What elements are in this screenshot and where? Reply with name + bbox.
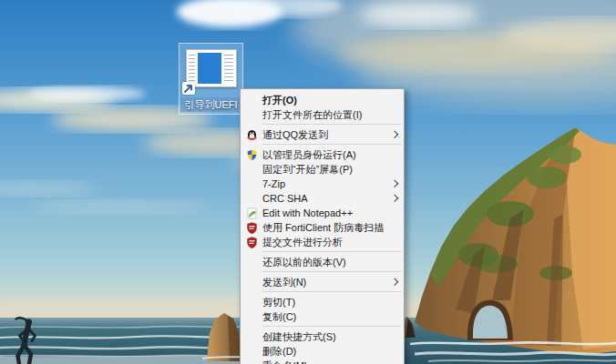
submenu-arrow-icon [391, 278, 398, 285]
menu-item-icon-spacer [245, 178, 258, 190]
menu-item-delete[interactable]: 删除(D) [241, 344, 404, 359]
menu-item-label: 还原以前的版本(V) [262, 256, 346, 269]
menu-item-forticlient-antivirus-scan[interactable]: 使用 FortiClient 防病毒扫描 [241, 220, 404, 235]
qq-icon [245, 129, 258, 141]
document-lines-left [189, 55, 195, 82]
menu-item-label: 剪切(T) [262, 296, 295, 309]
context-menu: 打开(O)打开文件所在的位置(I)通过QQ发送到以管理员身份运行(A)固定到“开… [240, 88, 405, 364]
menu-item-icon-spacer [245, 277, 258, 288]
shortcut-arrow-icon [182, 82, 195, 95]
menu-item-label: 7-Zip [262, 178, 285, 189]
menu-item-icon-spacer [245, 311, 258, 323]
menu-item-icon-spacer [245, 346, 258, 358]
uac-shield-icon [245, 149, 258, 161]
menu-item-run-as-administrator[interactable]: 以管理员身份运行(A) [241, 147, 404, 162]
menu-separator [262, 291, 401, 292]
menu-separator [262, 326, 401, 327]
menu-item-icon-spacer [245, 257, 258, 268]
menu-item-create-shortcut[interactable]: 创建快捷方式(S) [241, 329, 404, 344]
menu-item-seven-zip[interactable]: 7-Zip [241, 177, 404, 191]
menu-item-label: 删除(D) [262, 345, 296, 359]
menu-item-label: 发送到(N) [262, 276, 306, 289]
desktop-surface[interactable]: 引导到UEFI 打开(O)打开文件所在的位置(I)通过QQ发送到以管理员身份运行… [0, 0, 616, 364]
menu-item-edit-with-notepadpp[interactable]: Edit with Notepad++ [241, 206, 404, 220]
document-lines-right [224, 55, 233, 82]
menu-item-send-to[interactable]: 发送到(N) [241, 275, 404, 289]
menu-item-label: CRC SHA [262, 193, 308, 204]
menu-item-pin-to-start[interactable]: 固定到“开始”屏幕(P) [241, 162, 404, 177]
menu-item-icon-spacer [245, 193, 258, 205]
desktop-icon-uefi-shortcut[interactable]: 引导到UEFI [179, 43, 243, 115]
menu-item-label: 复制(C) [262, 310, 296, 324]
menu-item-icon-spacer [245, 164, 258, 176]
menu-item-label: 重命名(M) [262, 359, 308, 364]
document-blue-pane [198, 53, 221, 84]
menu-item-copy[interactable]: 复制(C) [241, 309, 404, 324]
menu-item-label: 使用 FortiClient 防病毒扫描 [262, 221, 384, 235]
menu-item-open[interactable]: 打开(O) [241, 93, 404, 107]
menu-item-open-file-location[interactable]: 打开文件所在的位置(I) [241, 107, 404, 122]
menu-item-cut[interactable]: 剪切(T) [241, 295, 404, 309]
menu-item-icon-spacer [245, 297, 258, 308]
menu-item-icon-spacer [245, 331, 258, 343]
forticlient-shield-icon [245, 222, 258, 234]
menu-item-icon-spacer [245, 109, 258, 121]
menu-item-label: 打开文件所在的位置(I) [262, 108, 362, 122]
forticlient-shield-icon [245, 237, 258, 248]
menu-item-label: 创建快捷方式(S) [262, 330, 336, 344]
shortcut-file-icon [186, 49, 237, 87]
submenu-arrow-icon [391, 130, 398, 137]
menu-item-label: Edit with Notepad++ [262, 207, 353, 218]
menu-separator [262, 124, 401, 125]
menu-item-send-via-qq[interactable]: 通过QQ发送到 [241, 127, 404, 142]
menu-item-crc-sha[interactable]: CRC SHA [241, 191, 404, 206]
menu-item-label: 以管理员身份运行(A) [262, 148, 356, 162]
menu-item-label: 打开(O) [262, 94, 297, 107]
menu-separator [262, 271, 401, 272]
menu-item-icon-spacer [245, 360, 258, 364]
menu-item-label: 通过QQ发送到 [262, 128, 328, 142]
menu-item-label: 提交文件进行分析 [262, 236, 343, 249]
menu-item-submit-file-for-analysis[interactable]: 提交文件进行分析 [241, 235, 404, 249]
desktop-icon-label: 引导到UEFI [180, 97, 241, 112]
menu-separator [262, 251, 401, 252]
submenu-arrow-icon [391, 179, 398, 187]
menu-item-rename[interactable]: 重命名(M) [241, 359, 404, 364]
menu-separator [262, 144, 401, 145]
menu-item-restore-previous-versions[interactable]: 还原以前的版本(V) [241, 255, 404, 269]
menu-item-icon-spacer [245, 95, 258, 106]
submenu-arrow-icon [391, 194, 398, 201]
menu-item-label: 固定到“开始”屏幕(P) [262, 163, 353, 177]
notepadpp-icon [245, 207, 258, 219]
